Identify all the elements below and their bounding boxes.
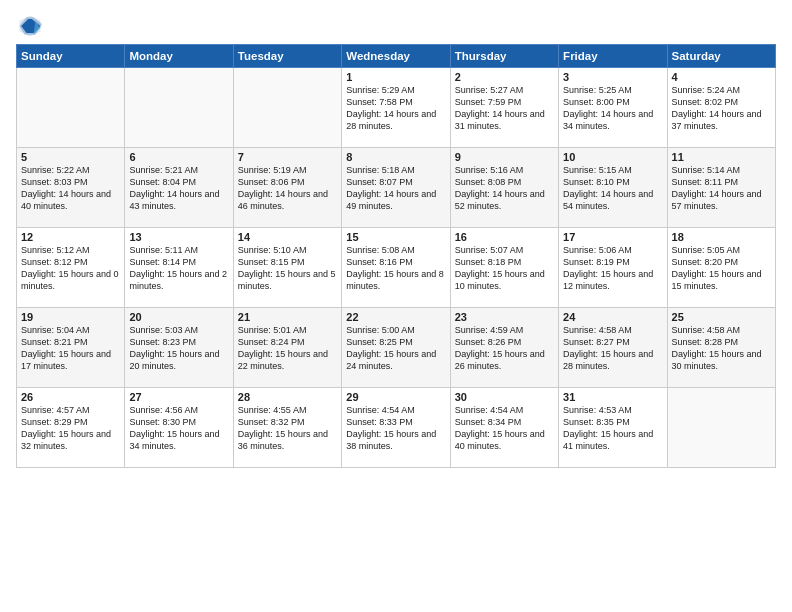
weekday-header-friday: Friday [559,45,667,68]
day-cell: 2Sunrise: 5:27 AM Sunset: 7:59 PM Daylig… [450,68,558,148]
day-number: 12 [21,231,120,243]
day-info: Sunrise: 5:21 AM Sunset: 8:04 PM Dayligh… [129,164,228,213]
day-info: Sunrise: 4:58 AM Sunset: 8:28 PM Dayligh… [672,324,771,373]
day-cell: 11Sunrise: 5:14 AM Sunset: 8:11 PM Dayli… [667,148,775,228]
day-number: 27 [129,391,228,403]
day-info: Sunrise: 5:03 AM Sunset: 8:23 PM Dayligh… [129,324,228,373]
day-number: 22 [346,311,445,323]
day-number: 3 [563,71,662,83]
day-cell: 6Sunrise: 5:21 AM Sunset: 8:04 PM Daylig… [125,148,233,228]
week-row-1: 1Sunrise: 5:29 AM Sunset: 7:58 PM Daylig… [17,68,776,148]
day-number: 6 [129,151,228,163]
day-cell: 8Sunrise: 5:18 AM Sunset: 8:07 PM Daylig… [342,148,450,228]
day-info: Sunrise: 5:25 AM Sunset: 8:00 PM Dayligh… [563,84,662,133]
day-cell: 13Sunrise: 5:11 AM Sunset: 8:14 PM Dayli… [125,228,233,308]
day-cell: 26Sunrise: 4:57 AM Sunset: 8:29 PM Dayli… [17,388,125,468]
weekday-header-tuesday: Tuesday [233,45,341,68]
day-info: Sunrise: 4:58 AM Sunset: 8:27 PM Dayligh… [563,324,662,373]
calendar-page: SundayMondayTuesdayWednesdayThursdayFrid… [0,0,792,480]
day-cell: 20Sunrise: 5:03 AM Sunset: 8:23 PM Dayli… [125,308,233,388]
day-number: 19 [21,311,120,323]
day-cell: 14Sunrise: 5:10 AM Sunset: 8:15 PM Dayli… [233,228,341,308]
day-number: 31 [563,391,662,403]
day-info: Sunrise: 5:15 AM Sunset: 8:10 PM Dayligh… [563,164,662,213]
day-cell: 7Sunrise: 5:19 AM Sunset: 8:06 PM Daylig… [233,148,341,228]
day-info: Sunrise: 5:06 AM Sunset: 8:19 PM Dayligh… [563,244,662,293]
day-info: Sunrise: 5:07 AM Sunset: 8:18 PM Dayligh… [455,244,554,293]
day-info: Sunrise: 4:55 AM Sunset: 8:32 PM Dayligh… [238,404,337,453]
day-number: 5 [21,151,120,163]
day-cell [125,68,233,148]
day-number: 21 [238,311,337,323]
day-info: Sunrise: 5:08 AM Sunset: 8:16 PM Dayligh… [346,244,445,293]
day-number: 4 [672,71,771,83]
weekday-header-thursday: Thursday [450,45,558,68]
day-cell [17,68,125,148]
day-number: 24 [563,311,662,323]
day-info: Sunrise: 5:19 AM Sunset: 8:06 PM Dayligh… [238,164,337,213]
day-number: 10 [563,151,662,163]
day-number: 20 [129,311,228,323]
day-number: 18 [672,231,771,243]
logo [16,12,48,40]
day-number: 8 [346,151,445,163]
day-cell: 24Sunrise: 4:58 AM Sunset: 8:27 PM Dayli… [559,308,667,388]
day-info: Sunrise: 5:01 AM Sunset: 8:24 PM Dayligh… [238,324,337,373]
day-cell: 19Sunrise: 5:04 AM Sunset: 8:21 PM Dayli… [17,308,125,388]
day-cell [667,388,775,468]
weekday-header-sunday: Sunday [17,45,125,68]
day-info: Sunrise: 5:04 AM Sunset: 8:21 PM Dayligh… [21,324,120,373]
day-number: 30 [455,391,554,403]
day-cell: 16Sunrise: 5:07 AM Sunset: 8:18 PM Dayli… [450,228,558,308]
day-info: Sunrise: 4:56 AM Sunset: 8:30 PM Dayligh… [129,404,228,453]
day-cell: 12Sunrise: 5:12 AM Sunset: 8:12 PM Dayli… [17,228,125,308]
day-info: Sunrise: 4:53 AM Sunset: 8:35 PM Dayligh… [563,404,662,453]
day-number: 1 [346,71,445,83]
day-info: Sunrise: 4:57 AM Sunset: 8:29 PM Dayligh… [21,404,120,453]
day-number: 16 [455,231,554,243]
day-number: 28 [238,391,337,403]
day-cell: 1Sunrise: 5:29 AM Sunset: 7:58 PM Daylig… [342,68,450,148]
day-cell: 31Sunrise: 4:53 AM Sunset: 8:35 PM Dayli… [559,388,667,468]
day-cell: 23Sunrise: 4:59 AM Sunset: 8:26 PM Dayli… [450,308,558,388]
week-row-2: 5Sunrise: 5:22 AM Sunset: 8:03 PM Daylig… [17,148,776,228]
day-cell: 3Sunrise: 5:25 AM Sunset: 8:00 PM Daylig… [559,68,667,148]
day-info: Sunrise: 5:22 AM Sunset: 8:03 PM Dayligh… [21,164,120,213]
header [16,12,776,40]
weekday-header-wednesday: Wednesday [342,45,450,68]
day-info: Sunrise: 5:14 AM Sunset: 8:11 PM Dayligh… [672,164,771,213]
weekday-header-row: SundayMondayTuesdayWednesdayThursdayFrid… [17,45,776,68]
day-cell: 15Sunrise: 5:08 AM Sunset: 8:16 PM Dayli… [342,228,450,308]
day-number: 29 [346,391,445,403]
day-info: Sunrise: 4:59 AM Sunset: 8:26 PM Dayligh… [455,324,554,373]
weekday-header-saturday: Saturday [667,45,775,68]
day-cell: 21Sunrise: 5:01 AM Sunset: 8:24 PM Dayli… [233,308,341,388]
day-number: 9 [455,151,554,163]
day-info: Sunrise: 4:54 AM Sunset: 8:34 PM Dayligh… [455,404,554,453]
day-number: 13 [129,231,228,243]
week-row-5: 26Sunrise: 4:57 AM Sunset: 8:29 PM Dayli… [17,388,776,468]
day-info: Sunrise: 5:16 AM Sunset: 8:08 PM Dayligh… [455,164,554,213]
day-cell: 30Sunrise: 4:54 AM Sunset: 8:34 PM Dayli… [450,388,558,468]
week-row-3: 12Sunrise: 5:12 AM Sunset: 8:12 PM Dayli… [17,228,776,308]
day-cell: 25Sunrise: 4:58 AM Sunset: 8:28 PM Dayli… [667,308,775,388]
weekday-header-monday: Monday [125,45,233,68]
calendar-table: SundayMondayTuesdayWednesdayThursdayFrid… [16,44,776,468]
day-cell: 17Sunrise: 5:06 AM Sunset: 8:19 PM Dayli… [559,228,667,308]
day-number: 23 [455,311,554,323]
day-info: Sunrise: 5:27 AM Sunset: 7:59 PM Dayligh… [455,84,554,133]
day-info: Sunrise: 5:24 AM Sunset: 8:02 PM Dayligh… [672,84,771,133]
day-cell: 22Sunrise: 5:00 AM Sunset: 8:25 PM Dayli… [342,308,450,388]
day-cell: 4Sunrise: 5:24 AM Sunset: 8:02 PM Daylig… [667,68,775,148]
day-info: Sunrise: 5:29 AM Sunset: 7:58 PM Dayligh… [346,84,445,133]
day-cell: 9Sunrise: 5:16 AM Sunset: 8:08 PM Daylig… [450,148,558,228]
logo-icon [16,12,44,40]
day-info: Sunrise: 5:12 AM Sunset: 8:12 PM Dayligh… [21,244,120,293]
day-number: 11 [672,151,771,163]
week-row-4: 19Sunrise: 5:04 AM Sunset: 8:21 PM Dayli… [17,308,776,388]
day-number: 15 [346,231,445,243]
day-cell: 27Sunrise: 4:56 AM Sunset: 8:30 PM Dayli… [125,388,233,468]
day-info: Sunrise: 4:54 AM Sunset: 8:33 PM Dayligh… [346,404,445,453]
day-number: 25 [672,311,771,323]
day-number: 26 [21,391,120,403]
